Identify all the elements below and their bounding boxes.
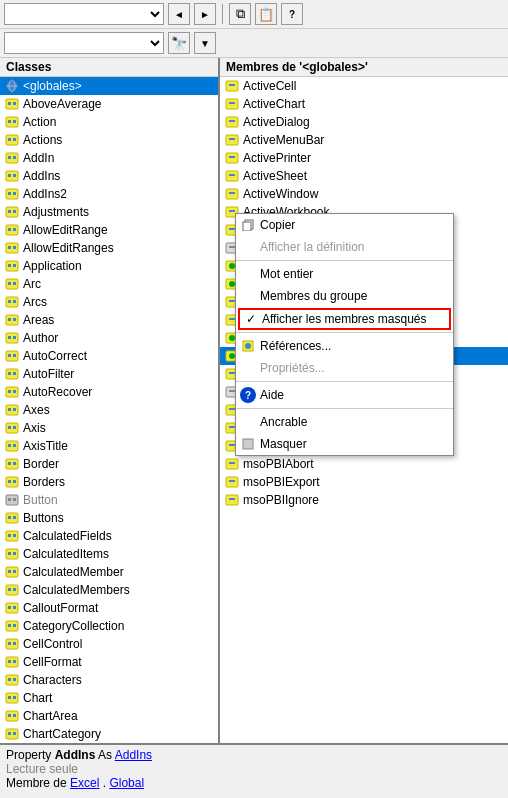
list-item[interactable]: Characters [0,671,218,689]
menu-item-label: Membres du groupe [260,289,367,303]
member-item[interactable]: msoPBIAbort [220,455,508,473]
list-item[interactable]: Buttons [0,509,218,527]
member-item[interactable]: ActiveSheet [220,167,508,185]
status-excel-link[interactable]: Excel [70,776,99,790]
context-menu-item[interactable]: ?Aide [236,384,453,406]
list-item[interactable]: AutoCorrect [0,347,218,365]
list-item[interactable]: AutoFilter [0,365,218,383]
menu-item-label: Masquer [260,437,307,451]
list-item[interactable]: Button [0,491,218,509]
list-item[interactable]: Axis [0,419,218,437]
context-menu-item[interactable]: Membres du groupe [236,285,453,307]
list-item[interactable]: Application [0,257,218,275]
list-item[interactable]: CalculatedMembers [0,581,218,599]
member-item[interactable]: ActiveDialog [220,113,508,131]
list-item[interactable]: Action [0,113,218,131]
svg-rect-74 [13,516,16,519]
svg-rect-108 [6,729,18,739]
member-item[interactable]: msoPBIIgnore [220,491,508,509]
right-panel: Membres de '<globales>' ActiveCellActive… [220,58,508,743]
status-property-line: Property AddIns As AddIns [6,748,502,762]
list-item[interactable]: AddIns [0,167,218,185]
list-item[interactable]: CalloutFormat [0,599,218,617]
svg-rect-87 [6,603,18,613]
list-item[interactable]: AddIn [0,149,218,167]
svg-rect-77 [13,534,16,537]
context-menu-item[interactable]: Propriétés... [236,357,453,379]
member-item[interactable]: ActiveChart [220,95,508,113]
help-button[interactable]: ? [281,3,303,25]
svg-rect-159 [229,480,235,482]
list-item[interactable]: Adjustments [0,203,218,221]
list-item[interactable]: CalculatedMember [0,563,218,581]
list-item[interactable]: Borders [0,473,218,491]
member-label: ActiveDialog [243,115,504,129]
class-label: AddIns [23,169,214,183]
toolbar-row2: Sheet 🔭 ▼ [0,29,508,58]
svg-rect-28 [8,246,11,249]
list-item[interactable]: CellFormat [0,653,218,671]
nav-back-button[interactable]: ◄ [168,3,190,25]
svg-rect-36 [6,297,18,307]
svg-rect-86 [13,588,16,591]
list-item[interactable]: AutoRecover [0,383,218,401]
classes-list[interactable]: <globales>AboveAverageActionActionsAddIn… [0,77,218,743]
list-item[interactable]: Arcs [0,293,218,311]
member-item[interactable]: ActiveWindow [220,185,508,203]
svg-rect-26 [13,228,16,231]
nav-forward-button[interactable]: ► [194,3,216,25]
list-item[interactable]: Areas [0,311,218,329]
list-item[interactable]: Border [0,455,218,473]
excel-dropdown[interactable]: Excel [4,3,164,25]
list-item[interactable]: AllowEditRanges [0,239,218,257]
binoculars-button[interactable]: 🔭 [168,32,190,54]
list-item[interactable]: ChartArea [0,707,218,725]
member-item[interactable]: ActiveMenuBar [220,131,508,149]
context-menu-item[interactable]: Mot entier [236,263,453,285]
paste-button[interactable]: 📋 [255,3,277,25]
list-item[interactable]: AboveAverage [0,95,218,113]
svg-rect-110 [13,732,16,735]
list-item[interactable]: AddIns2 [0,185,218,203]
context-menu-item[interactable]: Masquer [236,433,453,455]
svg-rect-67 [8,480,11,483]
class-label: AutoFilter [23,367,214,381]
svg-rect-14 [13,156,16,159]
list-item[interactable]: ChartCategory [0,725,218,743]
sheet-dropdown[interactable]: Sheet [4,32,164,54]
list-item[interactable]: Axes [0,401,218,419]
svg-rect-59 [13,426,16,429]
class-icon [4,294,20,310]
list-item[interactable]: <globales> [0,77,218,95]
svg-rect-16 [8,174,11,177]
dropdown-arrow-button[interactable]: ▼ [194,32,216,54]
svg-rect-127 [229,192,235,194]
member-item[interactable]: ActiveCell [220,77,508,95]
status-property-type-link[interactable]: AddIns [115,748,152,762]
class-label: AddIn [23,151,214,165]
list-item[interactable]: Chart [0,689,218,707]
list-item[interactable]: AllowEditRange [0,221,218,239]
list-item[interactable]: CalculatedFields [0,527,218,545]
list-item[interactable]: Arc [0,275,218,293]
svg-rect-15 [6,171,18,181]
context-menu-item[interactable]: Ancrable [236,411,453,433]
svg-rect-58 [8,426,11,429]
list-item[interactable]: Actions [0,131,218,149]
list-item[interactable]: CalculatedItems [0,545,218,563]
svg-rect-48 [6,369,18,379]
copy-button[interactable]: ⧉ [229,3,251,25]
list-item[interactable]: Author [0,329,218,347]
list-item[interactable]: AxisTitle [0,437,218,455]
list-item[interactable]: CategoryCollection [0,617,218,635]
status-global-link[interactable]: Global [109,776,144,790]
context-menu-item[interactable]: Afficher la définition [236,236,453,258]
member-item[interactable]: ActivePrinter [220,149,508,167]
context-menu-item[interactable]: Afficher les membres masqués [238,308,451,330]
class-icon [4,492,20,508]
class-icon [4,366,20,382]
list-item[interactable]: CellControl [0,635,218,653]
context-menu-item[interactable]: Références... [236,335,453,357]
context-menu-item[interactable]: Copier [236,214,453,236]
member-item[interactable]: msoPBIExport [220,473,508,491]
